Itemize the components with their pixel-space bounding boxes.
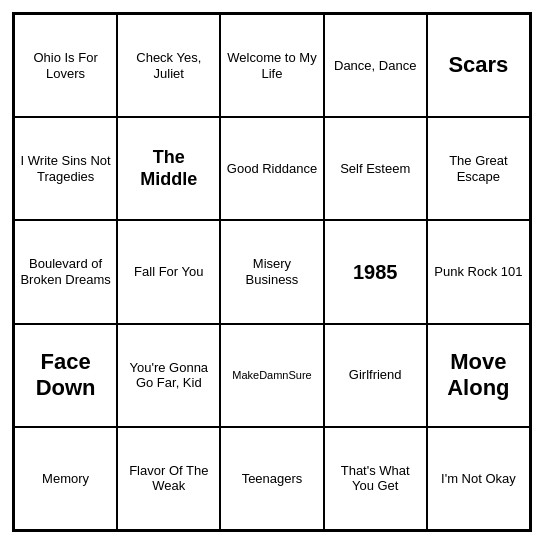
cell-r2c3[interactable]: 1985 (324, 220, 427, 323)
cell-r3c0[interactable]: Face Down (14, 324, 117, 427)
cell-r4c3[interactable]: That's What You Get (324, 427, 427, 530)
cell-r0c4[interactable]: Scars (427, 14, 530, 117)
bingo-board: Ohio Is For LoversCheck Yes, JulietWelco… (12, 12, 532, 532)
cell-r4c4[interactable]: I'm Not Okay (427, 427, 530, 530)
cell-r3c4[interactable]: Move Along (427, 324, 530, 427)
cell-r2c4[interactable]: Punk Rock 101 (427, 220, 530, 323)
cell-r1c2[interactable]: Good Riddance (220, 117, 323, 220)
cell-r0c3[interactable]: Dance, Dance (324, 14, 427, 117)
cell-r0c0[interactable]: Ohio Is For Lovers (14, 14, 117, 117)
cell-r2c0[interactable]: Boulevard of Broken Dreams (14, 220, 117, 323)
cell-r3c2[interactable]: MakeDamnSure (220, 324, 323, 427)
cell-r4c1[interactable]: Flavor Of The Weak (117, 427, 220, 530)
cell-r4c2[interactable]: Teenagers (220, 427, 323, 530)
cell-r4c0[interactable]: Memory (14, 427, 117, 530)
cell-r1c1[interactable]: The Middle (117, 117, 220, 220)
cell-r1c3[interactable]: Self Esteem (324, 117, 427, 220)
cell-r3c1[interactable]: You're Gonna Go Far, Kid (117, 324, 220, 427)
cell-r0c2[interactable]: Welcome to My Life (220, 14, 323, 117)
cell-r3c3[interactable]: Girlfriend (324, 324, 427, 427)
cell-r2c1[interactable]: Fall For You (117, 220, 220, 323)
cell-r2c2[interactable]: Misery Business (220, 220, 323, 323)
cell-r0c1[interactable]: Check Yes, Juliet (117, 14, 220, 117)
cell-r1c4[interactable]: The Great Escape (427, 117, 530, 220)
cell-r1c0[interactable]: I Write Sins Not Tragedies (14, 117, 117, 220)
